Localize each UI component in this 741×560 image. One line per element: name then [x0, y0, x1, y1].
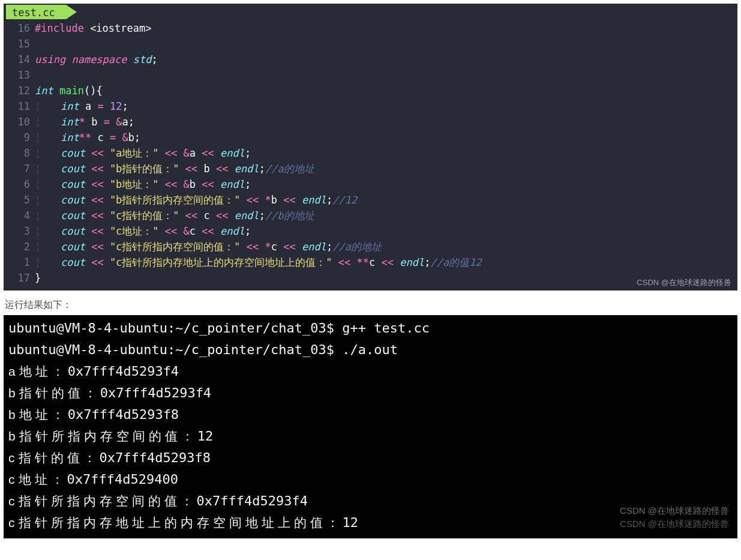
- code-token: [229, 209, 235, 221]
- code-line: 14using namespace std;: [4, 52, 737, 67]
- code-line: 9¦ int** c = &b;: [4, 130, 737, 145]
- code-token: ;: [326, 194, 332, 206]
- code-token: *: [265, 241, 271, 253]
- line-number: 1: [4, 254, 35, 270]
- tab-bar: test.cc: [4, 4, 737, 19]
- code-line: 5¦ cout << "b指针所指内存空间的值：" << *b << endl;…: [4, 192, 737, 208]
- code-token: [259, 241, 265, 253]
- line-number: 11: [4, 98, 35, 114]
- code-token: <<: [185, 209, 197, 221]
- code-token: ;: [259, 209, 265, 221]
- code-token: [104, 241, 110, 253]
- code-token: "c指针所指内存空间的值：": [110, 241, 241, 253]
- code-token: [214, 178, 220, 190]
- code-token: endl: [235, 209, 259, 221]
- code-token: [104, 256, 110, 268]
- line-number: 7: [4, 161, 35, 176]
- code-token: [296, 194, 302, 206]
- code-token: c: [271, 241, 283, 253]
- line-number: 4: [4, 208, 35, 223]
- line-number: 5: [4, 192, 35, 208]
- code-token: (){: [84, 85, 103, 97]
- code-token: ;: [245, 225, 251, 237]
- code-token: b: [197, 163, 216, 175]
- code-token: <<: [91, 178, 103, 190]
- code-token: <<: [216, 163, 228, 175]
- code-token: c: [97, 131, 109, 143]
- code-token: <<: [247, 241, 259, 253]
- code-token: //a的地址: [265, 163, 314, 175]
- code-token: [229, 163, 235, 175]
- indent-guide: ¦: [35, 100, 61, 112]
- code-token: [104, 100, 110, 112]
- code-token: main: [59, 85, 84, 97]
- line-number: 14: [4, 52, 35, 67]
- code-token: [350, 256, 356, 268]
- code-token: #include: [35, 22, 90, 34]
- code-token: cout: [61, 178, 91, 190]
- code-token: <<: [185, 163, 197, 175]
- code-token: [104, 225, 110, 237]
- output-value: 0x7fff4d5293f4: [68, 364, 179, 379]
- code-token: [104, 178, 110, 190]
- code-token: [110, 116, 116, 128]
- code-token: cout: [61, 256, 91, 268]
- editor-watermark: CSDN @在地球迷路的怪兽: [637, 277, 731, 288]
- code-token: **: [357, 256, 369, 268]
- code-token: <<: [382, 256, 394, 268]
- indent-guide: ¦: [35, 225, 61, 237]
- code-token: [214, 147, 220, 159]
- code-token: "b地址：": [110, 178, 159, 190]
- line-number: 13: [4, 67, 35, 83]
- indent-guide: ¦: [35, 256, 61, 268]
- code-token: ;: [245, 178, 251, 190]
- code-token: cout: [61, 194, 91, 206]
- file-tab[interactable]: test.cc: [6, 5, 66, 19]
- terminal[interactable]: ubuntu@VM-8-4-ubuntu:~/c_pointer/chat_03…: [4, 315, 737, 538]
- code-token: [159, 178, 165, 190]
- output-label: b指针所指内存空间的值：: [8, 429, 197, 443]
- code-token: "c指针的值：": [110, 209, 179, 221]
- code-line: 1¦ cout << "c指针所指内存地址上的内存空间地址上的值：" << **…: [4, 254, 737, 270]
- code-token: using: [35, 53, 71, 65]
- code-line: 12int main(){: [4, 83, 737, 98]
- code-token: [179, 209, 185, 221]
- code-token: c: [197, 209, 216, 221]
- code-token: <<: [91, 194, 103, 206]
- code-token: int: [35, 85, 59, 97]
- indent-guide: ¦: [35, 178, 61, 190]
- code-token: "c地址：": [110, 225, 159, 237]
- output-value: 12: [197, 429, 214, 444]
- terminal-watermark: CSDN @在地球迷路的怪兽: [620, 513, 729, 535]
- code-token: //a的地址: [332, 241, 382, 253]
- code-token: <<: [283, 194, 295, 206]
- code-token: <<: [91, 225, 103, 237]
- code-token: endl: [235, 163, 259, 175]
- code-line: 17}: [4, 270, 737, 286]
- indent-guide: ¦: [35, 147, 61, 159]
- output-value: 0x7fff4d5293f8: [100, 450, 211, 465]
- code-token: cout: [61, 241, 91, 253]
- code-token: namespace: [71, 53, 133, 65]
- terminal-line: ubuntu@VM-8-4-ubuntu:~/c_pointer/chat_03…: [8, 339, 733, 361]
- code-token: [159, 225, 165, 237]
- line-number: 16: [4, 20, 35, 36]
- code-token: [159, 147, 165, 159]
- output-label: c指针的值：: [8, 451, 100, 465]
- code-token: &: [122, 131, 128, 143]
- code-token: =: [110, 131, 116, 143]
- line-number: 9: [4, 130, 35, 145]
- indent-guide: ¦: [35, 116, 61, 128]
- output-label: c指针所指内存空间的值：: [8, 494, 197, 508]
- code-token: <<: [216, 209, 228, 221]
- code-token: ;: [122, 100, 128, 112]
- code-token: &: [184, 178, 190, 190]
- code-token: [179, 163, 185, 175]
- code-line: 2¦ cout << "c指针所指内存空间的值：" << *c << endl;…: [4, 239, 737, 254]
- code-token: "c指针所指内存地址上的内存空间地址上的值：": [110, 256, 332, 268]
- code-token: cout: [61, 163, 91, 175]
- indent-guide: ¦: [35, 241, 61, 253]
- code-area[interactable]: 16#include <iostream>1514using namespace…: [4, 19, 737, 287]
- code-token: <<: [283, 241, 295, 253]
- code-token: "a地址：": [110, 147, 159, 159]
